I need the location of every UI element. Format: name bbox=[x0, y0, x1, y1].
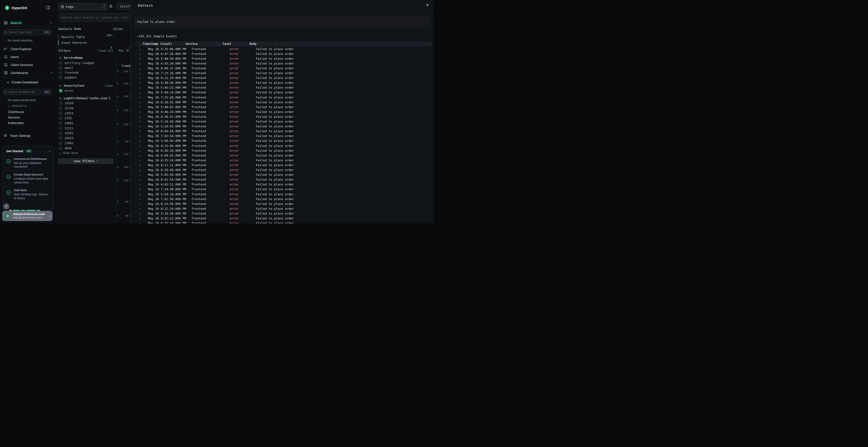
filter-option[interactable]: 32311 bbox=[59, 126, 115, 130]
column-separator[interactable] bbox=[246, 42, 246, 46]
table-row[interactable]: May 26 8:21:11.000 PMfrontenderrorFailed… bbox=[137, 163, 431, 167]
expand-chevron-icon[interactable] bbox=[138, 100, 140, 104]
table-row[interactable]: May 26 5:05:59.000 PMfrontenderrorFailed… bbox=[137, 172, 431, 177]
expand-chevron-icon[interactable] bbox=[138, 110, 140, 114]
filter-option[interactable]: 21734 bbox=[59, 106, 115, 110]
col-timestamp[interactable]: Timestamp (Local) bbox=[143, 42, 172, 45]
table-row[interactable]: May 26 7:13:26.000 PMfrontenderrorFailed… bbox=[137, 71, 431, 76]
checkbox[interactable] bbox=[59, 132, 62, 135]
expand-chevron-icon[interactable] bbox=[138, 178, 140, 181]
chevron-right-icon[interactable] bbox=[117, 201, 118, 203]
search-icon[interactable] bbox=[59, 84, 62, 87]
table-row[interactable]: May 26 4:43:20.000 PMfrontenderrorFailed… bbox=[137, 61, 431, 66]
filter-option[interactable]: 34423 bbox=[59, 136, 115, 140]
checkbox[interactable] bbox=[59, 116, 62, 120]
sidebar-item-chart-explorer[interactable]: Chart Explorer bbox=[0, 46, 57, 52]
chevron-up-icon[interactable] bbox=[51, 71, 52, 75]
expand-chevron-icon[interactable] bbox=[138, 153, 140, 157]
chevron-right-icon[interactable] bbox=[117, 179, 118, 181]
table-row[interactable]: May 26 8:04:56.000 PMfrontenderrorFailed… bbox=[137, 129, 431, 134]
table-row[interactable]: May 26 4:38:47.000 PMfrontenderrorFailed… bbox=[137, 114, 431, 119]
get-started-step[interactable]: Add Data Start sending logs, metrics, or… bbox=[6, 188, 50, 200]
expand-chevron-icon[interactable] bbox=[138, 197, 140, 201]
expand-chevron-icon[interactable] bbox=[138, 125, 140, 128]
col-level[interactable]: level bbox=[222, 42, 231, 45]
checkbox[interactable] bbox=[59, 102, 62, 105]
column-separator[interactable] bbox=[182, 42, 182, 46]
filter-option[interactable]: payment bbox=[59, 75, 115, 79]
chevron-right-icon[interactable] bbox=[117, 109, 118, 111]
table-row[interactable]: May 26 8:12:10.000 PMfrontenderrorFailed… bbox=[137, 206, 431, 211]
table-row[interactable]: May 26 6:29:48.000 PMfrontenderrorFailed… bbox=[137, 168, 431, 172]
source-settings-gear-icon[interactable]: ⚙ bbox=[109, 4, 113, 8]
sidebar-item-client-sessions[interactable]: Client Sessions bbox=[0, 62, 57, 68]
expand-chevron-icon[interactable] bbox=[138, 159, 140, 162]
column-separator[interactable] bbox=[218, 42, 218, 46]
expand-chevron-icon[interactable] bbox=[138, 57, 140, 61]
expand-chevron-icon[interactable] bbox=[138, 216, 140, 220]
expand-chevron-icon[interactable] bbox=[138, 207, 140, 210]
saved-searches-input[interactable]: Saved Searches ⌘K bbox=[2, 29, 53, 35]
chevron-right-icon[interactable] bbox=[117, 95, 118, 97]
trend-row[interactable]: 24K bbox=[117, 94, 130, 98]
create-dashboard-button[interactable]: + Create Dashboard bbox=[7, 80, 38, 84]
table-row[interactable]: May 26 8:06:17.000 PMfrontenderrorFailed… bbox=[137, 66, 431, 71]
table-row[interactable]: May 26 5:10:59.000 PMfrontenderrorFailed… bbox=[137, 119, 431, 124]
sidebar-preset-item[interactable]: Services bbox=[0, 115, 57, 120]
checkbox[interactable] bbox=[59, 76, 62, 79]
checkbox[interactable] bbox=[59, 142, 62, 145]
checkbox[interactable] bbox=[59, 71, 62, 74]
checkbox[interactable]: ✓ bbox=[59, 89, 62, 92]
table-row[interactable]: May 26 8:23:58.000 PMfrontenderrorFailed… bbox=[137, 201, 431, 206]
source-select[interactable]: Logs bbox=[58, 3, 107, 10]
table-row[interactable]: May 26 7:24:49.000 PMfrontenderrorFailed… bbox=[137, 187, 431, 192]
mode-results-table[interactable]: Results Table bbox=[58, 34, 106, 39]
table-row[interactable]: May 26 5:10:36.000 PMfrontenderrorFailed… bbox=[137, 211, 431, 216]
chevron-up-icon[interactable] bbox=[50, 21, 52, 25]
sidebar-item-search[interactable]: Search bbox=[0, 19, 57, 27]
checkbox[interactable] bbox=[59, 122, 62, 125]
expand-chevron-icon[interactable] bbox=[138, 105, 140, 109]
filter-option[interactable]: 19350 bbox=[59, 101, 115, 105]
trend-row[interactable]: 180 bbox=[117, 165, 130, 169]
expand-chevron-icon[interactable] bbox=[138, 129, 140, 133]
checkbox[interactable] bbox=[59, 61, 62, 65]
chevron-right-icon[interactable] bbox=[117, 70, 118, 72]
clear-all-link[interactable]: Clear all bbox=[98, 49, 113, 53]
expand-chevron-icon[interactable] bbox=[138, 76, 140, 80]
chevron-right-icon[interactable] bbox=[117, 82, 118, 84]
table-row[interactable]: May 26 5:44:14.000 PMfrontenderrorFailed… bbox=[137, 90, 431, 95]
sidebar-item-team-settings[interactable]: ⚙ Team Settings bbox=[0, 133, 57, 139]
expand-chevron-icon[interactable] bbox=[138, 182, 140, 186]
collapse-sidebar-button[interactable] bbox=[46, 5, 50, 10]
table-row[interactable]: May 26 5:45:32.000 PMfrontenderrorFailed… bbox=[137, 85, 431, 90]
filter-option[interactable]: frontend bbox=[59, 71, 115, 75]
expand-chevron-icon[interactable] bbox=[138, 149, 140, 152]
expand-chevron-icon[interactable] bbox=[138, 193, 140, 196]
table-row[interactable]: May 26 7:15:29.000 PMfrontenderrorFailed… bbox=[137, 95, 431, 100]
show-more-link[interactable]: Show more bbox=[60, 151, 78, 154]
clear-severity-link[interactable]: Clear bbox=[105, 84, 113, 88]
table-row[interactable]: May 26 6:25:44.000 PMfrontenderrorFailed… bbox=[137, 221, 431, 224]
get-started-step[interactable]: Create Data Sources Configure where your… bbox=[6, 172, 50, 184]
search-icon[interactable] bbox=[59, 97, 62, 100]
expand-chevron-icon[interactable] bbox=[138, 120, 140, 123]
expand-chevron-icon[interactable] bbox=[138, 187, 140, 191]
mode-event-patterns[interactable]: Event Patterns bbox=[58, 40, 106, 45]
table-row[interactable]: May 26 4:30:36.000 PMfrontenderrorFailed… bbox=[137, 80, 431, 85]
expand-chevron-icon[interactable] bbox=[138, 71, 140, 75]
expand-chevron-icon[interactable] bbox=[138, 66, 140, 70]
col-service[interactable]: Service bbox=[185, 42, 198, 45]
trend-row[interactable]: 60 bbox=[117, 214, 130, 218]
table-options-kebab-icon[interactable]: ⋮ bbox=[429, 42, 433, 45]
expand-chevron-icon[interactable] bbox=[138, 91, 140, 94]
checkbox[interactable] bbox=[59, 107, 62, 110]
expand-chevron-icon[interactable] bbox=[138, 139, 140, 143]
checkbox[interactable] bbox=[59, 127, 62, 130]
checkbox[interactable] bbox=[59, 66, 62, 69]
expand-chevron-icon[interactable] bbox=[138, 144, 140, 148]
trend-row[interactable]: 120 bbox=[117, 178, 130, 182]
filter-option[interactable]: 4894 bbox=[59, 146, 115, 150]
chevron-right-icon[interactable] bbox=[117, 215, 118, 217]
table-row[interactable]: May 26 5:48:50.000 PMfrontenderrorFailed… bbox=[137, 56, 431, 61]
